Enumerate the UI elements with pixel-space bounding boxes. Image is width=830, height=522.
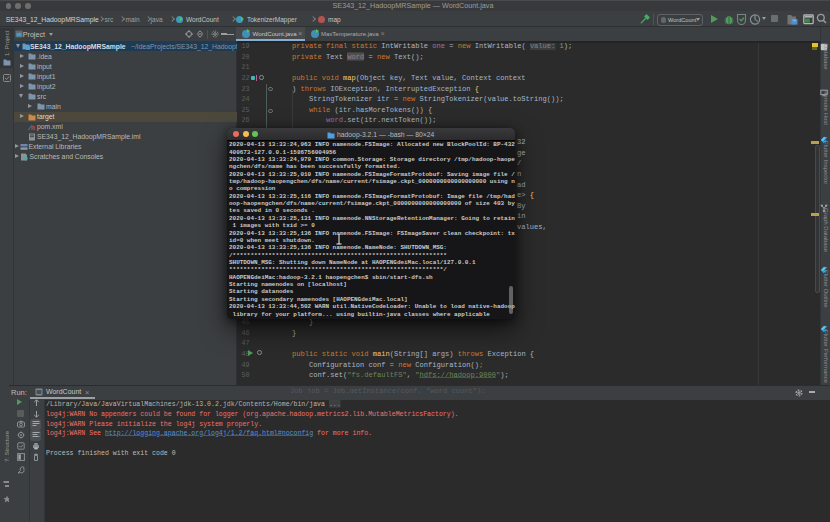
svg-text:m: m <box>31 124 35 130</box>
